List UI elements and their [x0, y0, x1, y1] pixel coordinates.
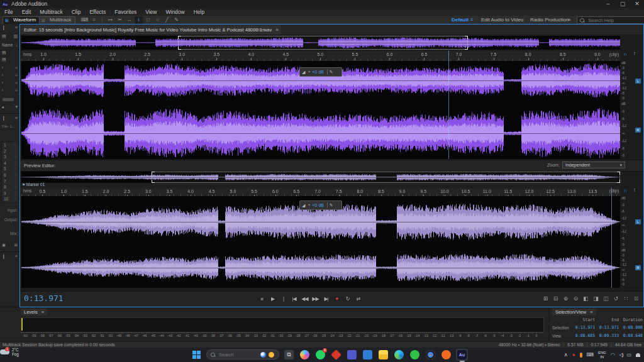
- volume-hud[interactable]: ◢ ◔ +0 dB ✎: [299, 67, 342, 77]
- spectral-display-icon[interactable]: ⌨: [80, 16, 89, 24]
- edit-envelope-icon[interactable]: ✎: [330, 70, 333, 75]
- task-view-icon[interactable]: ⧉: [284, 350, 294, 359]
- effects-rack-panel-icon[interactable]: ❙: [2, 116, 6, 121]
- file-navigator[interactable]: [21, 36, 620, 50]
- zoom-in-vertical-button[interactable]: ⊕: [561, 295, 570, 303]
- effects-rack-slot[interactable]: 6: [2, 172, 18, 178]
- effects-rack-slot[interactable]: 7: [2, 178, 18, 185]
- right-channel-badge[interactable]: R: [635, 128, 641, 133]
- file-list-item-icon[interactable]: ▤: [2, 50, 6, 55]
- selection-duration-value[interactable]: 0:00.000: [620, 325, 643, 330]
- slip-tool-icon[interactable]: ↔: [125, 16, 133, 24]
- orange-app-icon[interactable]: [441, 350, 451, 359]
- effects-rack-slot[interactable]: 4: [2, 160, 18, 167]
- file-list-item-icon[interactable]: ▤: [2, 57, 6, 62]
- workspace-overflow-chevron[interactable]: »: [568, 17, 570, 23]
- sort-name-label[interactable]: Name: [2, 43, 13, 47]
- audition-taskbar-icon[interactable]: Au: [457, 350, 467, 359]
- effects-rack-slot[interactable]: 5: [2, 166, 18, 172]
- expand-item-icon[interactable]: ›: [2, 65, 3, 70]
- tray-expand-chevron-icon[interactable]: ∧: [564, 352, 568, 358]
- rack-list-icon[interactable]: ≣: [14, 243, 18, 248]
- workspace-default[interactable]: Default: [452, 17, 469, 23]
- menu-file[interactable]: File: [0, 9, 18, 15]
- brush-tool-icon[interactable]: ✎: [172, 16, 180, 24]
- loop-playback-icon[interactable]: ∩: [623, 52, 627, 57]
- help-search-input[interactable]: [587, 17, 644, 24]
- phone-link-icon[interactable]: [410, 350, 419, 359]
- main-playhead[interactable]: [448, 51, 449, 159]
- open-folder-icon[interactable]: ▤: [2, 34, 6, 39]
- preview-timeline-ruler[interactable]: hms 0.51.01.52.02.53.03.54.04.55.05.56.0…: [21, 188, 620, 197]
- selection-start-value[interactable]: 0:13.971: [572, 325, 595, 330]
- start-button[interactable]: [192, 351, 201, 359]
- zoom-to-in-point-button[interactable]: ◧: [581, 295, 591, 303]
- marker-label[interactable]: Marker 01: [26, 182, 45, 187]
- import-file-icon[interactable]: ▥: [13, 34, 18, 39]
- effects-rack-slot[interactable]: 2: [2, 148, 18, 155]
- expand-item-icon[interactable]: ›: [2, 73, 3, 77]
- help-search-box[interactable]: [577, 16, 644, 24]
- menu-effects[interactable]: Effects: [85, 9, 110, 15]
- edit-envelope-icon[interactable]: ✎: [330, 203, 333, 208]
- zoom-mode-dropdown[interactable]: Independent ▾: [562, 162, 625, 168]
- preview-volume-hud[interactable]: ◢ ◔ +0 dB ✎: [299, 200, 342, 210]
- menu-window[interactable]: Window: [161, 9, 189, 15]
- collapse-icon[interactable]: ▾: [15, 104, 18, 109]
- razor-tool-icon[interactable]: ✂: [116, 16, 124, 24]
- menu-multitrack[interactable]: Multitrack: [35, 9, 67, 15]
- microphone-icon[interactable]: [580, 353, 582, 358]
- mixer-tab[interactable]: Mixer: [254, 25, 265, 35]
- file-explorer-icon[interactable]: [379, 350, 388, 359]
- edge-icon[interactable]: [394, 350, 404, 359]
- taskbar-search-input[interactable]: [218, 351, 258, 358]
- marker-flag-icon[interactable]: ⚑: [22, 182, 25, 187]
- view-duration-value[interactable]: 0:08.648: [620, 333, 643, 338]
- effects-rack-slot[interactable]: 3: [2, 154, 18, 160]
- chrome-icon[interactable]: [426, 350, 435, 359]
- effects-rack-slot[interactable]: 1: [2, 142, 18, 148]
- zoom-full-button[interactable]: ∷: [621, 295, 631, 303]
- pin-icon[interactable]: ⊺: [633, 52, 636, 57]
- right-channel-badge[interactable]: R: [635, 265, 641, 270]
- left-channel-badge[interactable]: L: [635, 219, 641, 224]
- rewind-button[interactable]: ◀◀: [300, 295, 309, 303]
- zoom-in-horizontal-button[interactable]: ⊞: [541, 295, 550, 303]
- history-panel-icon[interactable]: ❙: [2, 254, 6, 259]
- effects-rack-slot[interactable]: 8: [2, 184, 18, 190]
- pin-icon[interactable]: ⊺: [633, 188, 636, 193]
- line-tool-icon[interactable]: ╱: [163, 16, 171, 24]
- panel-expand-icon[interactable]: »: [15, 25, 18, 30]
- workspace-menu-icon[interactable]: ≡: [470, 17, 474, 23]
- left-channel-badge[interactable]: L: [635, 79, 641, 84]
- panel-menu-icon[interactable]: ≡: [42, 309, 44, 315]
- menu-favorites[interactable]: Favorites: [110, 9, 141, 15]
- taskbar-search-box[interactable]: [206, 349, 279, 359]
- keyboard-icon[interactable]: ⌨: [587, 352, 594, 358]
- navigator-view-region[interactable]: [178, 36, 468, 50]
- pause-button[interactable]: ∥: [279, 295, 288, 303]
- notifications-bell-icon[interactable]: [636, 353, 640, 357]
- gain-knob-icon[interactable]: ◔: [307, 202, 310, 208]
- loop-playback-icon[interactable]: ∩: [623, 188, 627, 194]
- zoom-to-out-point-button[interactable]: ◨: [591, 295, 601, 303]
- menu-clip[interactable]: Clip: [67, 9, 86, 15]
- panel-menu-icon[interactable]: ≡: [590, 309, 592, 315]
- move-tool-icon[interactable]: ↦: [106, 16, 114, 24]
- stop-button[interactable]: ■: [257, 295, 267, 303]
- view-end-value[interactable]: 0:09.333: [596, 333, 619, 338]
- zoom-extra-button[interactable]: ⊠: [631, 295, 641, 303]
- time-selection-tool-icon[interactable]: I: [135, 16, 143, 24]
- workspace-edit-audio-to-video[interactable]: Edit Audio to Video: [481, 17, 523, 23]
- record-button[interactable]: ●: [332, 295, 341, 303]
- zoom-out-vertical-button[interactable]: ⊖: [571, 295, 580, 303]
- copilot-icon[interactable]: [300, 350, 309, 359]
- skip-selection-button[interactable]: ⇄: [353, 295, 363, 303]
- preview-navigator[interactable]: [21, 172, 620, 183]
- loop-playback-button[interactable]: ↻: [343, 295, 352, 303]
- battery-icon[interactable]: ▭: [626, 352, 631, 358]
- editor-tab[interactable]: Editor: 15 seconds [Intro Background Mus…: [21, 25, 281, 35]
- panel-menu-icon[interactable]: ≡: [275, 27, 278, 33]
- minimize-button[interactable]: –: [601, 0, 615, 8]
- gain-knob-icon[interactable]: ◔: [307, 69, 310, 75]
